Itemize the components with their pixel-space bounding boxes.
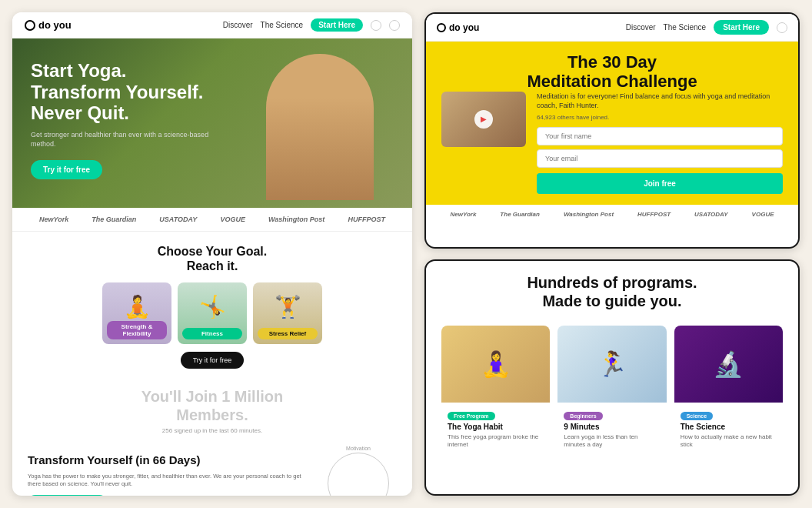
pose-figure-1: 🧘 <box>102 282 171 325</box>
logo-vogue: VOGUE <box>220 216 245 223</box>
form-column: Meditation is for everyone! Find balance… <box>537 92 783 194</box>
right-bottom-panel: Hundreds of programs. Made to guide you.… <box>424 259 800 496</box>
join-button[interactable]: Join free <box>537 173 783 194</box>
goals-title-line1: Choose Your Goal. <box>158 245 268 258</box>
rt-logo-huffpost: HUFFPOST <box>637 211 671 218</box>
left-panel: do you Discover The Science Start Here S… <box>12 12 412 496</box>
card-desc-yoga: This free yoga program broke the interne… <box>448 433 544 450</box>
card-title-science: The Science <box>681 423 777 432</box>
hero-content: Start Yoga. Transform Yourself. Never Qu… <box>12 38 412 201</box>
goals-title: Choose Your Goal. Reach it. <box>28 244 397 273</box>
right-top-logos: NewYork The Guardian Washington Post HUF… <box>426 205 798 224</box>
right-panels: do you Discover The Science Start Here T… <box>424 12 800 496</box>
transform-title: Transform Yourself (in 66 Days) <box>28 453 308 468</box>
rt-logo-guardian: The Guardian <box>500 211 540 218</box>
programs-section: Hundreds of programs. Made to guide you. <box>426 261 798 318</box>
card-badge-beginners: Beginners <box>564 412 602 420</box>
logo-washington: Washington Post <box>268 216 324 223</box>
goals-cta-button[interactable]: Try it for free <box>181 352 245 369</box>
card-content-yoga: Free Program The Yoga Habit This free yo… <box>441 403 550 454</box>
transform-diagram: Motivation Results Action <box>320 453 397 496</box>
programs-title: Hundreds of programs. Made to guide you. <box>441 273 783 310</box>
right-nav-discover: Discover <box>626 23 656 32</box>
join-count: 64,923 others have joined. <box>537 114 783 121</box>
card-badge-science: Science <box>681 412 713 420</box>
left-hero: Start Yoga. Transform Yourself. Never Qu… <box>12 38 412 208</box>
rt-logo-usatoday: USATODAY <box>694 211 728 218</box>
logo-huffpost: HUFFPOST <box>348 216 385 223</box>
right-start-button[interactable]: Start Here <box>714 20 769 35</box>
left-nav-links: Discover The Science Start Here <box>223 18 400 32</box>
program-card-science[interactable]: 🔬 Science The Science How to actually ma… <box>674 326 783 454</box>
card-title-9min: 9 Minutes <box>564 423 660 432</box>
goal-card-flexibility[interactable]: 🧘 Strength & Flexibility <box>102 282 171 344</box>
diagram-label-motivation: Motivation <box>346 446 371 451</box>
challenge-title: The 30 Day Meditation Challenge <box>441 52 783 92</box>
left-start-button[interactable]: Start Here <box>311 18 363 32</box>
left-logo: do you <box>25 19 72 31</box>
signup-form: Join free <box>537 127 783 194</box>
members-title-line2: Members. <box>176 406 248 423</box>
pose-figure-2: 🤸 <box>178 282 247 325</box>
goals-section: Choose Your Goal. Reach it. 🧘 Strength &… <box>12 232 412 378</box>
right-nav: do you Discover The Science Start Here <box>426 14 798 42</box>
card-img-yoga: 🧘‍♀️ <box>441 326 550 403</box>
email-input[interactable] <box>537 149 783 168</box>
goal-label-stress: Stress Relief <box>258 328 318 339</box>
challenge-title-line1: The 30 Day <box>567 52 657 72</box>
right-logo: do you <box>437 22 479 33</box>
members-subtitle: 256 signed up in the last 60 minutes. <box>28 427 397 434</box>
right-nav-science: The Science <box>664 23 707 32</box>
left-logos-bar: NewYork The Guardian USATODAY VOGUE Wash… <box>12 208 412 232</box>
logo-guardian: The Guardian <box>92 216 136 223</box>
goal-card-stress[interactable]: 🏋️ Stress Relief <box>253 282 322 344</box>
play-button[interactable]: ▶ <box>474 110 493 129</box>
rt-logo-vogue: VOGUE <box>752 211 774 218</box>
video-thumbnail[interactable]: ▶ <box>441 92 526 147</box>
main-container: do you Discover The Science Start Here S… <box>0 0 812 508</box>
left-nav-science: The Science <box>261 21 304 29</box>
goals-title-line2: Reach it. <box>187 259 238 272</box>
logo-newyork: NewYork <box>39 216 68 223</box>
card-content-9min: Beginners 9 Minutes Learn yoga in less t… <box>557 403 666 454</box>
goals-cards: 🧘 Strength & Flexibility 🤸 Fitness 🏋️ St… <box>28 282 397 344</box>
left-logo-text: do you <box>38 19 72 31</box>
right-logo-circle <box>437 23 446 32</box>
transform-text: Transform Yourself (in 66 Days) Yoga has… <box>28 453 308 496</box>
yellow-hero: The 30 Day Meditation Challenge ▶ Medita… <box>426 42 798 205</box>
video-column: ▶ <box>441 92 526 147</box>
left-logo-circle <box>25 20 35 31</box>
challenge-desc: Meditation is for everyone! Find balance… <box>537 92 783 111</box>
left-user-icon <box>371 20 381 31</box>
card-img-science: 🔬 <box>674 326 783 403</box>
program-card-9min[interactable]: 🏃‍♀️ Beginners 9 Minutes Learn yoga in l… <box>557 326 666 454</box>
hero-cta-button[interactable]: Try it for free <box>31 160 102 179</box>
card-content-science: Science The Science How to actually make… <box>674 403 783 454</box>
right-top-panel: do you Discover The Science Start Here T… <box>424 12 800 249</box>
transform-cta-button[interactable]: Check out the science <box>28 495 107 496</box>
pose-figure-3: 🏋️ <box>253 282 322 325</box>
diagram-circle: Motivation Results Action <box>328 453 389 496</box>
left-nav: do you Discover The Science Start Here <box>12 12 412 38</box>
hero-title: Start Yoga. Transform Yourself. Never Qu… <box>31 60 394 124</box>
card-badge-free: Free Program <box>448 412 495 420</box>
hero-title-line1: Start Yoga. <box>31 60 126 81</box>
name-input[interactable] <box>537 127 783 145</box>
members-section: You'll Join 1 Million Members. 256 signe… <box>12 378 412 443</box>
program-card-yoga-habit[interactable]: 🧘‍♀️ Free Program The Yoga Habit This fr… <box>441 326 550 454</box>
right-user-icon <box>777 22 787 33</box>
logo-usatoday: USATODAY <box>159 216 197 223</box>
program-cards: 🧘‍♀️ Free Program The Yoga Habit This fr… <box>426 318 798 466</box>
goal-label-flexibility: Strength & Flexibility <box>107 321 167 339</box>
hero-title-line3: Never Quit. <box>31 102 129 123</box>
goal-label-fitness: Fitness <box>182 328 242 339</box>
programs-title-line1: Hundreds of programs. <box>527 274 697 291</box>
programs-title-line2: Made to guide you. <box>542 292 681 309</box>
right-logo-text: do you <box>449 22 479 33</box>
right-nav-links: Discover The Science Start Here <box>626 20 787 35</box>
goal-card-fitness[interactable]: 🤸 Fitness <box>178 282 247 344</box>
rt-logo-newyork: NewYork <box>450 211 476 218</box>
members-title-line1: You'll Join 1 Million <box>141 388 283 405</box>
left-search-icon <box>389 20 400 31</box>
card-desc-science: How to actually make a new habit stick <box>681 433 777 450</box>
